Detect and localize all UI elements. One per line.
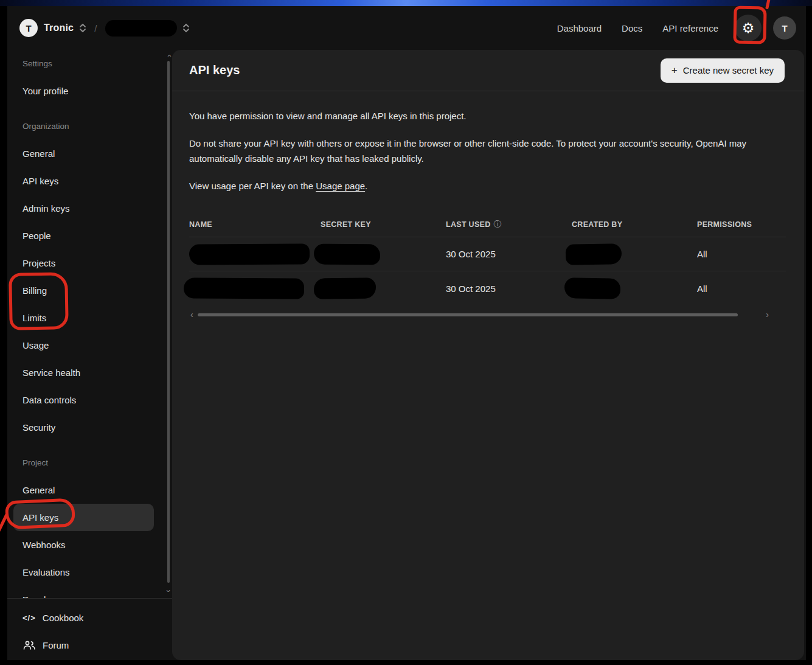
table-horizontal-scrollbar[interactable]: ‹ › xyxy=(189,307,786,322)
cell-created-by-redacted xyxy=(572,278,697,299)
api-keys-panel: API keys + Create new secret key You hav… xyxy=(172,50,804,660)
annotation-circle-api-keys xyxy=(5,498,75,530)
usage-text: View usage per API key on the Usage page… xyxy=(189,178,785,193)
browser-theme-strip xyxy=(0,0,812,6)
nav-api-reference[interactable]: API reference xyxy=(662,23,718,33)
org-project-switcher: T Tronic / xyxy=(19,19,189,37)
create-button-label: Create new secret key xyxy=(683,65,774,75)
redaction-blob xyxy=(314,243,380,265)
column-header-permissions: PERMISSIONS xyxy=(697,220,786,229)
sidebar-item-project-people[interactable]: People xyxy=(7,586,172,598)
page-title: API keys xyxy=(189,63,240,77)
sidebar-item-org-api-keys[interactable]: API keys xyxy=(7,167,172,195)
sidebar-item-usage[interactable]: Usage xyxy=(7,332,172,359)
cell-name-redacted xyxy=(189,278,321,299)
sidebar-item-security[interactable]: Security xyxy=(7,414,172,441)
code-brackets-icon: </> xyxy=(23,613,36,622)
section-label-settings: Settings xyxy=(7,50,172,77)
chevron-up-down-icon[interactable] xyxy=(183,23,189,33)
redaction-blob xyxy=(564,277,620,299)
sidebar-item-evaluations[interactable]: Evaluations xyxy=(7,559,172,586)
permission-text: You have permission to view and manage a… xyxy=(189,108,785,124)
column-header-name: NAME xyxy=(189,220,321,229)
scrollbar-thumb[interactable] xyxy=(167,61,170,583)
cell-created-by-redacted xyxy=(572,244,697,265)
annotation-circle-billing-limits xyxy=(9,272,69,330)
sidebar-item-admin-keys[interactable]: Admin keys xyxy=(7,195,172,222)
usage-page-link[interactable]: Usage page xyxy=(316,181,365,191)
hscrollbar-thumb[interactable] xyxy=(198,313,738,316)
cell-permissions: All xyxy=(697,284,786,294)
warning-text: Do not share your API key with others or… xyxy=(189,136,785,166)
panel-header: API keys + Create new secret key xyxy=(172,50,804,91)
cell-last-used: 30 Oct 2025 xyxy=(446,284,572,294)
chevron-up-down-icon[interactable] xyxy=(80,23,86,33)
sidebar-item-webhooks[interactable]: Webhooks xyxy=(7,531,172,559)
cell-secret-key-redacted xyxy=(321,278,446,299)
panel-body: You have permission to view and manage a… xyxy=(172,91,804,322)
sidebar-scrollbar[interactable]: › › xyxy=(164,50,173,598)
table-row: 30 Oct 2025 All xyxy=(189,271,786,305)
column-header-last-used: LAST USED ⓘ xyxy=(446,219,572,230)
sidebar-footer: </> Cookbook Forum xyxy=(7,598,172,660)
sidebar-item-service-health[interactable]: Service health xyxy=(7,359,172,386)
redaction-blob xyxy=(314,277,376,299)
people-icon xyxy=(23,641,36,650)
redaction-blob xyxy=(566,243,622,265)
chevron-right-icon[interactable]: › xyxy=(766,310,769,319)
app-window: T Tronic / Dashboard Docs API reference … xyxy=(7,6,806,660)
chevron-left-icon[interactable]: ‹ xyxy=(190,310,193,319)
cell-permissions: All xyxy=(697,249,786,259)
sidebar-link-forum[interactable]: Forum xyxy=(7,632,172,659)
project-name-redacted[interactable] xyxy=(105,20,177,37)
cell-name-redacted xyxy=(189,244,321,265)
user-avatar[interactable]: T xyxy=(773,16,796,40)
cell-secret-key-redacted xyxy=(321,244,446,265)
last-used-label: LAST USED xyxy=(446,220,491,229)
usage-text-suffix: . xyxy=(365,181,367,191)
sidebar-item-org-general[interactable]: General xyxy=(7,140,172,167)
breadcrumb-separator: / xyxy=(94,23,97,33)
info-icon[interactable]: ⓘ xyxy=(494,219,502,230)
cell-last-used: 30 Oct 2025 xyxy=(446,249,572,259)
forum-label: Forum xyxy=(43,640,69,650)
org-name[interactable]: Tronic xyxy=(44,23,74,33)
sidebar-link-cookbook[interactable]: </> Cookbook xyxy=(7,604,172,632)
settings-sidebar: Settings Your profile Organization Gener… xyxy=(7,50,172,660)
section-label-project: Project xyxy=(7,449,172,476)
top-navigation-bar: T Tronic / Dashboard Docs API reference … xyxy=(7,6,806,50)
nav-docs[interactable]: Docs xyxy=(622,23,642,33)
create-secret-key-button[interactable]: + Create new secret key xyxy=(661,58,785,83)
section-label-organization: Organization xyxy=(7,113,172,140)
column-header-secret-key: SECRET KEY xyxy=(321,220,446,229)
table-row: 30 Oct 2025 All xyxy=(189,237,786,271)
nav-dashboard[interactable]: Dashboard xyxy=(557,23,602,33)
sidebar-item-org-people[interactable]: People xyxy=(7,222,172,249)
table-header-row: NAME SECRET KEY LAST USED ⓘ CREATED BY P… xyxy=(189,212,786,237)
usage-text-prefix: View usage per API key on the xyxy=(189,181,316,191)
plus-icon: + xyxy=(671,64,678,77)
column-header-created-by: CREATED BY xyxy=(572,220,697,229)
annotation-circle-gear xyxy=(733,5,766,44)
redaction-blob xyxy=(184,277,304,299)
cookbook-label: Cookbook xyxy=(43,613,84,623)
sidebar-item-data-controls[interactable]: Data controls xyxy=(7,386,172,414)
api-keys-table: NAME SECRET KEY LAST USED ⓘ CREATED BY P… xyxy=(189,212,786,322)
sidebar-item-your-profile[interactable]: Your profile xyxy=(7,77,172,105)
org-avatar: T xyxy=(19,19,38,37)
redaction-blob xyxy=(189,243,310,265)
